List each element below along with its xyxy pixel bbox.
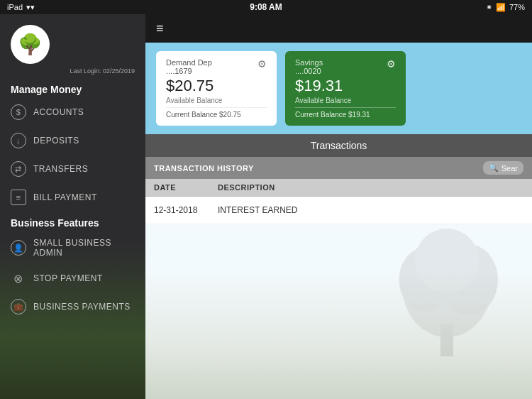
search-box[interactable]: 🔍 Sear (483, 161, 523, 175)
hamburger-menu[interactable]: ≡ (156, 21, 164, 36)
table-row: 12-31-2018 INTEREST EARNED (145, 197, 532, 224)
savings-number: ....0020 (295, 67, 323, 75)
savings-header: Savings ....0020 ⚙ (295, 58, 396, 75)
description-column-header: DESCRIPTION (218, 183, 523, 192)
transactions-header: Transactions (145, 134, 532, 157)
search-text: Sear (501, 164, 518, 173)
transactions-panel: Transactions TRANSACTION HISTORY 🔍 Sear … (145, 134, 532, 399)
bottom-fade (145, 271, 532, 399)
savings-available-label: Available Balance (295, 97, 396, 104)
logo-tree-icon: 🌳 (18, 33, 43, 56)
sidebar-item-small-business-admin[interactable]: 👤 SMALL BUSINESS ADMIN (0, 231, 145, 264)
bill-payment-label: BILL PAYMENT (33, 192, 97, 202)
savings-current-balance: Current Balance $19.31 (295, 107, 396, 119)
savings-balance: $19.31 (295, 77, 396, 95)
stop-payment-label: STOP PAYMENT (33, 273, 103, 283)
sidebar-item-deposits[interactable]: ↓ DEPOSITS (0, 126, 145, 155)
business-payments-label: BUSINESS PAYMENTS (33, 302, 131, 312)
deposits-label: DEPOSITS (33, 136, 79, 146)
sidebar-item-accounts[interactable]: $ ACCOUNTS (0, 98, 145, 126)
history-bar: TRANSACTION HISTORY 🔍 Sear (145, 157, 532, 179)
top-bar: ≡ (145, 14, 532, 43)
status-bar: iPad ▾▾ 9:08 AM ⁕ 📶 77% (0, 0, 532, 14)
search-icon: 🔍 (489, 163, 499, 173)
demand-dep-info: Demand Dep ....1679 (166, 58, 212, 75)
wifi-signal-icon: 📶 (496, 3, 506, 12)
demand-dep-name: Demand Dep (166, 58, 212, 67)
demand-dep-settings-icon[interactable]: ⚙ (257, 58, 267, 70)
demand-dep-card: Demand Dep ....1679 ⚙ $20.75 Available B… (156, 51, 277, 126)
deposits-icon: ↓ (11, 133, 26, 148)
status-time: 9:08 AM (250, 2, 282, 12)
business-payments-icon: 💼 (11, 299, 26, 315)
transfers-label: TRANSFERS (33, 164, 88, 174)
logo-area: 🌳 Last Login: 02/25/2019 (0, 14, 145, 78)
savings-settings-icon[interactable]: ⚙ (387, 58, 396, 70)
bluetooth-icon: ⁕ (486, 3, 492, 12)
accounts-label: ACCOUNTS (33, 107, 84, 117)
stop-payment-icon: ⊗ (11, 270, 26, 286)
main-layout: 🌳 Last Login: 02/25/2019 Manage Money $ … (0, 14, 532, 399)
status-right: ⁕ 📶 77% (486, 3, 525, 12)
savings-info: Savings ....0020 (295, 58, 323, 75)
transaction-list: 12-31-2018 INTEREST EARNED (145, 197, 532, 224)
savings-name: Savings (295, 58, 323, 67)
accounts-icon: $ (11, 104, 26, 120)
sidebar-item-business-payments[interactable]: 💼 BUSINESS PAYMENTS (0, 293, 145, 321)
sidebar-item-bill-payment[interactable]: ≡ BILL PAYMENT (0, 183, 145, 212)
column-headers: DATE DESCRIPTION (145, 179, 532, 197)
business-features-header: Business Features (0, 212, 145, 231)
demand-dep-available-label: Available Balance (166, 97, 267, 104)
date-column-header: DATE (154, 183, 218, 192)
status-left: iPad ▾▾ (7, 3, 35, 12)
sidebar-item-stop-payment[interactable]: ⊗ STOP PAYMENT (0, 264, 145, 293)
history-label: TRANSACTION HISTORY (154, 164, 254, 173)
transfers-icon: ⇄ (11, 161, 26, 177)
manage-money-header: Manage Money (0, 78, 145, 98)
last-login-text: Last Login: 02/25/2019 (11, 67, 135, 75)
demand-dep-balance: $20.75 (166, 77, 267, 95)
logo-circle: 🌳 (11, 25, 50, 64)
demand-dep-current-balance: Current Balance $20.75 (166, 107, 267, 119)
small-business-admin-label: SMALL BUSINESS ADMIN (33, 238, 135, 258)
demand-dep-number: ....1679 (166, 67, 212, 75)
content-area: ≡ Demand Dep ....1679 ⚙ $20.75 Available… (145, 14, 532, 399)
sidebar-content: 🌳 Last Login: 02/25/2019 Manage Money $ … (0, 14, 145, 321)
transactions-body: 12-31-2018 INTEREST EARNED (145, 197, 532, 399)
ipad-label: iPad (7, 3, 23, 11)
battery-label: 77% (509, 3, 525, 11)
sidebar-item-transfers[interactable]: ⇄ TRANSFERS (0, 155, 145, 183)
sidebar: 🌳 Last Login: 02/25/2019 Manage Money $ … (0, 14, 145, 399)
cards-area: Demand Dep ....1679 ⚙ $20.75 Available B… (145, 43, 532, 134)
tx-date: 12-31-2018 (154, 205, 218, 215)
demand-dep-header: Demand Dep ....1679 ⚙ (166, 58, 267, 75)
small-business-icon: 👤 (11, 240, 26, 256)
wifi-icon: ▾▾ (26, 3, 35, 12)
tx-description: INTEREST EARNED (218, 205, 523, 215)
savings-card: Savings ....0020 ⚙ $19.31 Available Bala… (285, 51, 406, 126)
bill-payment-icon: ≡ (11, 190, 26, 205)
